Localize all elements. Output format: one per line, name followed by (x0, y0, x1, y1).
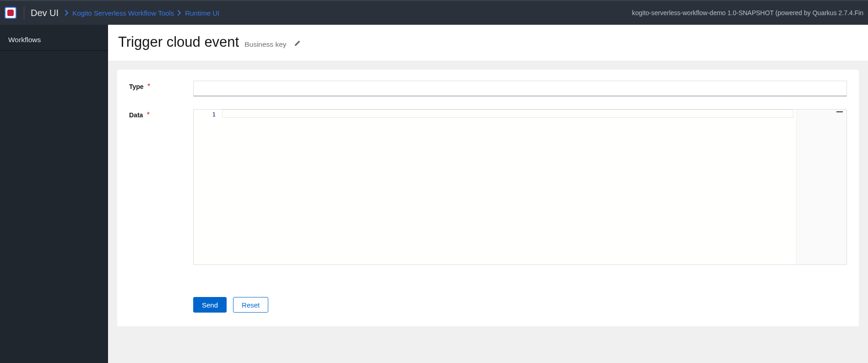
required-mark: * (147, 82, 150, 90)
chevron-right-icon (178, 10, 181, 16)
sidebar-item-workflows[interactable]: Workflows (0, 29, 108, 51)
form-row-data: Data * 1 (129, 109, 847, 265)
main-content: Trigger cloud event Business key Type * (108, 25, 868, 363)
breadcrumb: Kogito Serverless Workflow Tools Runtime… (65, 9, 219, 17)
form-row-type: Type * (129, 81, 847, 96)
required-mark: * (147, 111, 150, 119)
quarkus-logo-inner (7, 10, 14, 16)
data-textarea[interactable] (222, 110, 796, 264)
pencil-icon[interactable] (294, 39, 301, 47)
chevron-right-icon (65, 10, 69, 16)
data-label: Data (129, 111, 143, 119)
code-minimap[interactable] (796, 110, 846, 264)
page-header: Trigger cloud event Business key (108, 25, 868, 60)
type-label: Type (129, 83, 144, 90)
form-card: Type * Data * 1 (117, 70, 859, 326)
form-actions: Send Reset (193, 297, 847, 313)
sidebar: Workflows (0, 25, 108, 363)
send-button[interactable]: Send (193, 297, 227, 313)
app-info: kogito-serverless-workflow-demo 1.0-SNAP… (632, 9, 863, 16)
code-gutter: 1 (194, 110, 222, 264)
type-input[interactable] (193, 81, 847, 96)
quarkus-logo (5, 7, 16, 19)
data-code-editor[interactable]: 1 (193, 109, 847, 265)
minimap-mark (836, 111, 843, 112)
brand-label: Dev UI (31, 8, 59, 18)
business-key-label: Business key (244, 40, 286, 49)
page-title: Trigger cloud event (118, 34, 239, 50)
line-number: 1 (194, 110, 216, 119)
code-area[interactable] (222, 110, 796, 264)
breadcrumb-item-runtime-ui[interactable]: Runtime UI (185, 9, 219, 17)
topbar-divider (24, 6, 24, 19)
reset-button[interactable]: Reset (233, 297, 268, 313)
top-bar: Dev UI Kogito Serverless Workflow Tools … (0, 0, 868, 25)
breadcrumb-item-tools[interactable]: Kogito Serverless Workflow Tools (72, 9, 174, 17)
